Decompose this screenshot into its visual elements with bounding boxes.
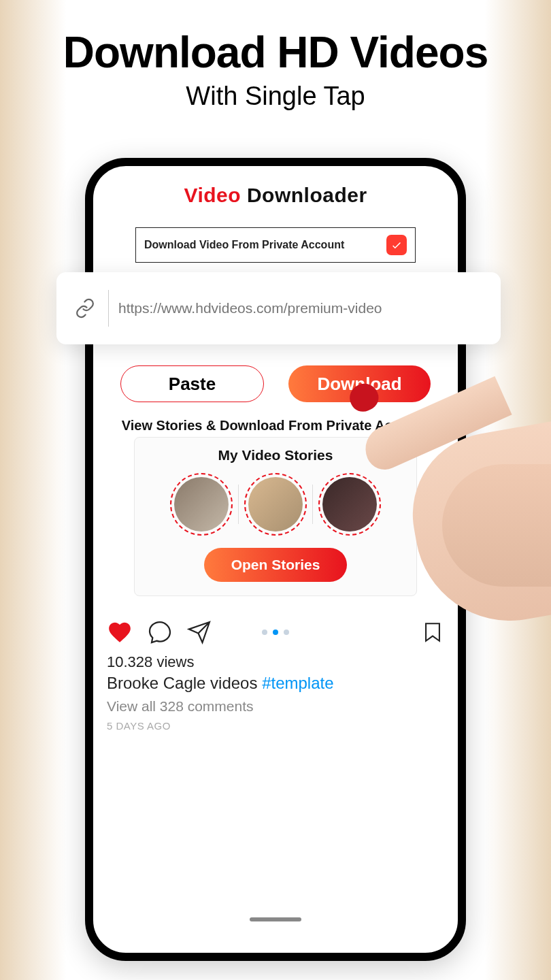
story-avatar[interactable]: [170, 473, 233, 536]
private-checkbox[interactable]: [386, 235, 407, 255]
post-time: 5 DAYS AGO: [107, 720, 171, 732]
home-indicator[interactable]: [250, 917, 301, 921]
paste-button[interactable]: Paste: [120, 365, 264, 402]
post-caption: Brooke Cagle videos #template: [107, 674, 334, 693]
private-account-toggle[interactable]: Download Video From Private Account: [135, 227, 416, 263]
app-title: Video Downloader: [93, 184, 458, 207]
story-avatar[interactable]: [244, 473, 307, 536]
divider: [108, 290, 109, 327]
views-count: 10.328 views: [107, 653, 194, 671]
heart-icon[interactable]: [107, 619, 133, 645]
caption-hashtag[interactable]: #template: [262, 674, 333, 692]
private-label: Download Video From Private Account: [144, 239, 344, 251]
check-icon: [390, 239, 403, 251]
share-icon[interactable]: [187, 620, 212, 644]
comment-icon[interactable]: [148, 620, 172, 644]
divider: [238, 485, 239, 524]
carousel-dots[interactable]: [262, 630, 289, 635]
open-stories-button[interactable]: Open Stories: [204, 548, 347, 582]
view-comments-link[interactable]: View all 328 comments: [107, 698, 254, 715]
caption-author: Brooke Cagle videos: [107, 674, 262, 692]
link-icon: [71, 298, 99, 318]
pointing-hand-image: [354, 355, 551, 627]
hero-subtitle: With Single Tap: [0, 82, 551, 111]
app-title-red: Video: [184, 184, 241, 206]
url-input-card[interactable]: [56, 272, 501, 344]
app-title-dark: Downloader: [241, 184, 367, 206]
divider: [312, 485, 313, 524]
url-input[interactable]: [118, 300, 486, 316]
hero-title: Download HD Videos: [0, 27, 551, 78]
